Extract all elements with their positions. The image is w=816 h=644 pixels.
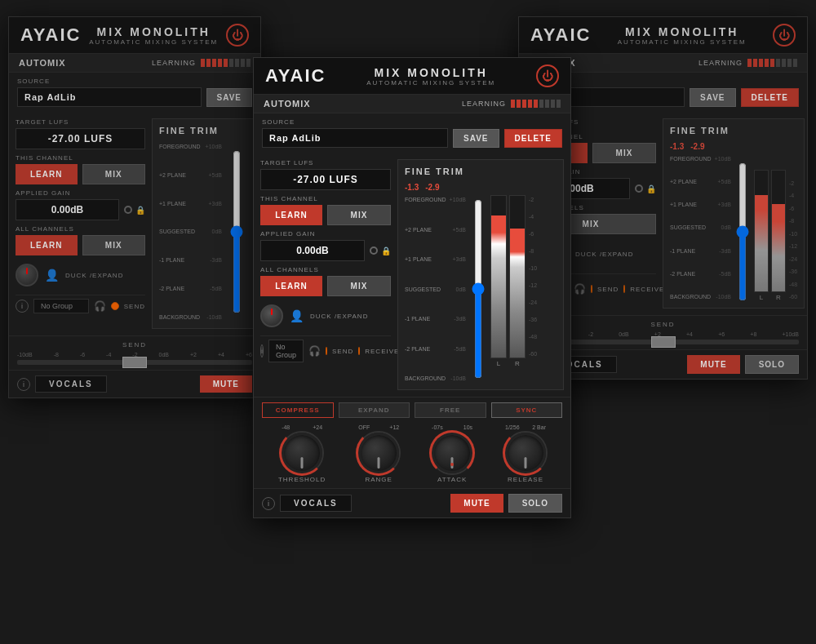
- fine-trim-slider-front[interactable]: [469, 199, 487, 379]
- free-mode-btn[interactable]: FREE: [415, 402, 486, 418]
- gain-dot-right[interactable]: [635, 184, 643, 193]
- this-channel-label-front: THIS CHANNEL: [260, 195, 391, 202]
- expand-mode-btn[interactable]: EXPAND: [339, 402, 410, 418]
- send-radio[interactable]: [111, 302, 119, 310]
- db-m10db: -10dB: [206, 314, 222, 320]
- main-content-front: TARGET LUFS -27.00 LUFS THIS CHANNEL LEA…: [254, 153, 570, 397]
- send-slider-track: [17, 360, 252, 365]
- plugin-footer: i VOCALS MUTE: [9, 370, 260, 398]
- left-panel-front: TARGET LUFS -27.00 LUFS THIS CHANNEL LEA…: [260, 159, 391, 390]
- all-mix-button-front[interactable]: MIX: [327, 276, 391, 296]
- learn-button-front[interactable]: LEARN: [260, 205, 322, 225]
- power-button-right[interactable]: ⏻: [773, 24, 796, 47]
- compress-mode-btn[interactable]: COMPRESS: [262, 402, 334, 418]
- mute-button-front[interactable]: MUTE: [450, 494, 503, 513]
- headphone-icon-right[interactable]: 🎧: [574, 283, 586, 295]
- applied-gain-label: APPLIED GAIN: [16, 189, 145, 197]
- send-slider-thumb-right[interactable]: [651, 336, 676, 348]
- lock-icon[interactable]: 🔒: [135, 206, 145, 215]
- meter-val-r-right: -2.9: [690, 142, 704, 151]
- send-radio-right[interactable]: [591, 285, 592, 293]
- target-lufs-front: TARGET LUFS -27.00 LUFS: [260, 159, 391, 190]
- footer-info-btn[interactable]: i: [17, 378, 30, 391]
- all-channels-label: ALL CHANNELS: [16, 225, 145, 233]
- release-ring: [503, 430, 548, 476]
- threshold-knob[interactable]: [282, 433, 322, 473]
- learning-meter: [201, 59, 251, 67]
- range-knob[interactable]: [358, 433, 399, 473]
- release-knob[interactable]: [505, 433, 546, 473]
- mute-button-right[interactable]: MUTE: [687, 355, 739, 374]
- duck-knob-front[interactable]: [260, 304, 283, 327]
- db-m5db: -5dB: [210, 286, 222, 291]
- send-radio-front[interactable]: [326, 347, 327, 355]
- delete-button-front[interactable]: DELETE: [504, 129, 562, 148]
- mix-button[interactable]: MIX: [82, 164, 146, 184]
- duck-knob[interactable]: [16, 264, 38, 286]
- receive-radio-right[interactable]: [623, 285, 625, 293]
- mix-button-front[interactable]: MIX: [327, 205, 391, 225]
- solo-button-right[interactable]: SOLO: [745, 355, 799, 374]
- receive-label-right: RECEIVE: [630, 286, 664, 293]
- main-content: TARGET LUFS -27.00 LUFS THIS CHANNEL LEA…: [9, 112, 260, 335]
- learn-button[interactable]: LEARN: [16, 164, 78, 184]
- source-name-front[interactable]: Rap AdLib: [262, 128, 448, 148]
- automix-label: AUTOMIX: [19, 58, 66, 68]
- gain-dot[interactable]: [124, 206, 132, 214]
- send-slider-thumb[interactable]: [122, 357, 147, 368]
- all-channels-label-front: ALL CHANNELS: [260, 266, 391, 273]
- channel-btn-row-front: LEARN MIX: [260, 205, 391, 225]
- fine-trim-slider-right[interactable]: [734, 162, 751, 301]
- p1-front: +1 PLANE: [405, 256, 446, 262]
- save-button[interactable]: SAVE: [206, 88, 253, 107]
- p1-label-r: +1 PLANE: [670, 202, 712, 207]
- save-button-front[interactable]: SAVE: [453, 129, 499, 148]
- db-3db: +3dB: [208, 201, 222, 207]
- headphone-icon[interactable]: 🎧: [94, 300, 106, 312]
- all-learn-button[interactable]: LEARN: [16, 235, 78, 255]
- solo-button-front[interactable]: SOLO: [508, 494, 562, 513]
- range-group: OFF +12 RANGE: [358, 424, 399, 483]
- info-button[interactable]: i: [16, 300, 29, 313]
- p2-label-r: +2 PLANE: [670, 179, 712, 184]
- mute-button[interactable]: MUTE: [200, 375, 252, 393]
- headphone-icon-front[interactable]: 🎧: [308, 345, 321, 357]
- l-label-front: L: [497, 360, 500, 367]
- delete-button-right[interactable]: DELETE: [741, 88, 799, 107]
- power-button[interactable]: ⏻: [226, 24, 249, 47]
- bg-front: BACKGROUND: [405, 375, 446, 381]
- threshold-ring: [279, 430, 325, 476]
- all-learn-button-front[interactable]: LEARN: [260, 276, 322, 296]
- group-row: i No Group 🎧 SEND: [16, 295, 145, 317]
- fine-trim-slider[interactable]: [227, 150, 246, 313]
- automix-bar-front: AUTOMIX LEARNING: [254, 95, 570, 113]
- range-ring: [356, 430, 401, 476]
- range-min: OFF: [358, 424, 370, 430]
- sync-mode-btn[interactable]: SYNC: [491, 402, 563, 418]
- lufs-display-front: -27.00 LUFS: [260, 169, 391, 190]
- all-mix-button[interactable]: MIX: [82, 235, 146, 255]
- l-label-right: L: [760, 294, 763, 301]
- lock-icon-right[interactable]: 🔒: [646, 184, 656, 193]
- learning-section: LEARNING: [152, 59, 251, 67]
- group-row-front: i No Group 🎧 SEND RECEIVE: [260, 335, 391, 366]
- receive-label-front: RECEIVE: [365, 348, 399, 355]
- mix-button-right[interactable]: MIX: [592, 143, 656, 163]
- lock-icon-front[interactable]: 🔒: [381, 246, 391, 255]
- power-button-front[interactable]: ⏻: [536, 64, 559, 87]
- attack-knob[interactable]: [432, 433, 472, 473]
- source-name-field[interactable]: Rap AdLib: [17, 87, 202, 107]
- receive-radio-front[interactable]: [358, 347, 360, 355]
- plugin-window-back-left: AYAIC MIX MONOLITH AUTOMATIC MIXING SYST…: [8, 16, 261, 398]
- m2-label-r: -2 PLANE: [670, 271, 712, 277]
- product-title-right: MIX MONOLITH: [618, 25, 747, 38]
- release-min: 1/256: [505, 424, 520, 430]
- info-button-front[interactable]: i: [260, 344, 264, 358]
- gain-controls-right: 🔒: [635, 184, 656, 193]
- plugin-window-front: AYAIC MIX MONOLITH AUTOMATIC MIXING SYST…: [253, 57, 571, 518]
- gain-dot-front[interactable]: [370, 246, 378, 255]
- footer-info-front[interactable]: i: [262, 497, 275, 510]
- meter-val-r-front: -2.9: [425, 183, 439, 192]
- save-button-right[interactable]: SAVE: [690, 88, 736, 107]
- r-label-front: R: [515, 360, 520, 367]
